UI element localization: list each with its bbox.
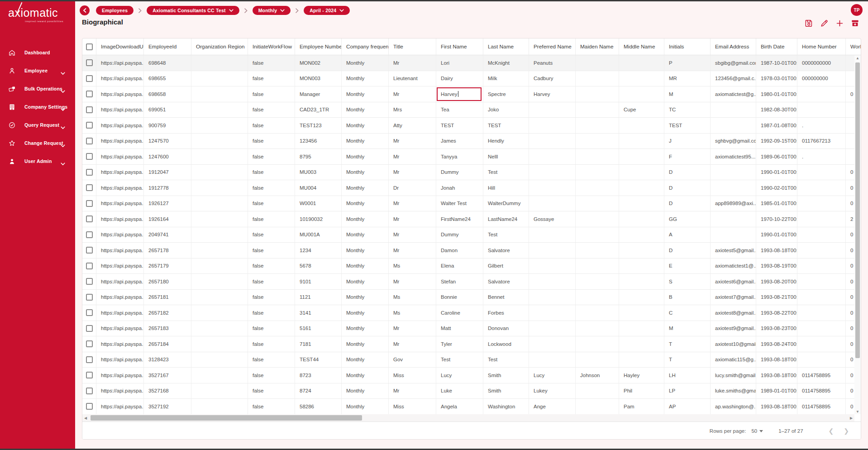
row-checkbox[interactable] bbox=[86, 106, 93, 113]
cell-company-frequency[interactable]: Monthly bbox=[342, 102, 389, 118]
row-checkbox[interactable] bbox=[86, 75, 93, 82]
cell-initials[interactable]: D bbox=[664, 196, 711, 211]
cell-initials[interactable]: D bbox=[664, 165, 711, 180]
cell-email[interactable]: app898989@axi... bbox=[711, 196, 756, 211]
cell-initials[interactable]: TC bbox=[664, 102, 711, 118]
cell-initials[interactable]: B bbox=[664, 290, 711, 305]
vertical-scrollbar[interactable]: ▲ ▼ bbox=[854, 55, 861, 414]
cell-first-name[interactable]: Elena bbox=[436, 259, 483, 274]
cell-initiate-workflow[interactable]: false bbox=[248, 102, 295, 118]
cell-initials[interactable]: LP bbox=[664, 383, 711, 399]
column-header-work[interactable]: Work bbox=[846, 38, 861, 55]
cell-email[interactable] bbox=[711, 165, 756, 180]
column-header-company-frequency[interactable]: Company frequency bbox=[342, 38, 389, 55]
column-header-employeeid[interactable]: EmployeeId bbox=[144, 38, 191, 55]
cell-maiden-name[interactable] bbox=[576, 165, 619, 180]
cell-middle-name[interactable]: Hayley bbox=[619, 368, 664, 383]
cell-birth-date[interactable]: 1993-08-18T00:... bbox=[756, 352, 797, 368]
cell-last-name[interactable]: Test bbox=[483, 227, 529, 243]
cell-first-name[interactable]: Tea bbox=[436, 102, 483, 118]
cell-employee-id[interactable]: 3527167 bbox=[144, 368, 191, 383]
cell-employee-number[interactable]: Manager bbox=[295, 86, 342, 102]
cell-last-name[interactable]: Spectre bbox=[483, 86, 529, 102]
cell-birth-date[interactable]: 1982-08-30T00:... bbox=[756, 102, 797, 118]
cell-employee-id[interactable]: 2049741 bbox=[144, 227, 191, 243]
cell-email[interactable]: luke.smiths@gma... bbox=[711, 383, 756, 399]
horizontal-scrollbar[interactable]: ◀ ▶ bbox=[82, 414, 854, 421]
column-header-birth-date[interactable]: Birth Date bbox=[756, 38, 797, 55]
cell-last-name[interactable]: Milk bbox=[483, 71, 529, 86]
cell-initials[interactable]: P bbox=[664, 55, 711, 71]
cell-middle-name[interactable] bbox=[619, 321, 664, 336]
cell-middle-name[interactable] bbox=[619, 211, 664, 227]
cell-first-name[interactable]: Walter Test bbox=[436, 196, 483, 211]
table-row[interactable]: https://api.payspa...698658falseManagerM… bbox=[82, 86, 861, 102]
cell-maiden-name[interactable] bbox=[576, 290, 619, 305]
table-row[interactable]: https://api.payspa...2657179false5678Mon… bbox=[82, 259, 861, 274]
cell-middle-name[interactable] bbox=[619, 149, 664, 164]
sidebar-item-user-admin[interactable]: User Admin bbox=[0, 152, 75, 170]
table-row[interactable]: https://api.payspa...2657178false1234Mon… bbox=[82, 243, 861, 259]
cell-home-number[interactable] bbox=[797, 290, 846, 305]
cell-initiate-workflow[interactable]: false bbox=[248, 383, 295, 399]
breadcrumb-employees[interactable]: Employees bbox=[96, 6, 134, 15]
cell-home-number[interactable] bbox=[797, 102, 846, 118]
cell-initials[interactable]: MR bbox=[664, 71, 711, 86]
cell-preferred-name[interactable]: Peanuts bbox=[529, 55, 576, 71]
cell-preferred-name[interactable]: Gossaye bbox=[529, 211, 576, 227]
cell-employee-id[interactable]: 698655 bbox=[144, 71, 191, 86]
cell-last-name[interactable]: Hendly bbox=[483, 134, 529, 149]
cell-initiate-workflow[interactable]: false bbox=[248, 86, 295, 102]
column-header-imagedownloadurl[interactable]: ImageDownloadUrl bbox=[96, 38, 144, 55]
cell-employee-id[interactable]: 900759 bbox=[144, 118, 191, 133]
cell-maiden-name[interactable] bbox=[576, 211, 619, 227]
vertical-scrollbar-thumb[interactable] bbox=[855, 62, 860, 358]
cell-maiden-name[interactable] bbox=[576, 180, 619, 196]
cell-home-number[interactable] bbox=[797, 165, 846, 180]
cell-email[interactable]: axiotest7@gmail.... bbox=[711, 290, 756, 305]
cell-org-region[interactable] bbox=[191, 196, 248, 211]
table-row[interactable]: https://api.payspa...1926127falseW0001Mo… bbox=[82, 196, 861, 212]
column-header-initiateworkflow[interactable]: InitiateWorkFlow bbox=[248, 38, 295, 55]
cell-company-frequency[interactable]: Monthly bbox=[342, 55, 389, 71]
cell-email[interactable] bbox=[711, 118, 756, 133]
cell-employee-number[interactable]: 123456 bbox=[295, 134, 342, 149]
breadcrumb-monthly[interactable]: Monthly bbox=[253, 6, 291, 15]
cell-company-frequency[interactable]: Monthly bbox=[342, 274, 389, 289]
row-checkbox[interactable] bbox=[86, 200, 93, 207]
cell-last-name[interactable]: Salvatore bbox=[483, 274, 529, 289]
user-avatar[interactable]: TP bbox=[851, 4, 863, 16]
column-header-organization-region[interactable]: Organization Region bbox=[191, 38, 248, 55]
cell-org-region[interactable] bbox=[191, 321, 248, 336]
cell-image-url[interactable]: https://api.payspa... bbox=[96, 383, 144, 399]
cell-preferred-name[interactable] bbox=[529, 102, 576, 118]
cell-first-name[interactable]: Tanyya bbox=[436, 149, 483, 164]
cell-preferred-name[interactable] bbox=[529, 352, 576, 368]
cell-employee-number[interactable]: 7181 bbox=[295, 336, 342, 352]
cell-last-name[interactable]: LastName24 bbox=[483, 211, 529, 227]
row-checkbox[interactable] bbox=[86, 403, 93, 410]
row-checkbox[interactable] bbox=[86, 278, 93, 285]
table-row[interactable]: https://api.payspa...1247570false123456M… bbox=[82, 134, 861, 149]
cell-employee-number[interactable]: 8795 bbox=[295, 149, 342, 164]
sidebar-item-employee[interactable]: Employee bbox=[0, 62, 75, 80]
cell-image-url[interactable]: https://api.payspa... bbox=[96, 102, 144, 118]
cell-employee-number[interactable]: MON002 bbox=[295, 55, 342, 71]
cell-company-frequency[interactable]: Monthly bbox=[342, 352, 389, 368]
cell-preferred-name[interactable]: Lukey bbox=[529, 383, 576, 399]
cell-email[interactable]: axiotest8@gmail.... bbox=[711, 305, 756, 321]
cell-middle-name[interactable] bbox=[619, 290, 664, 305]
cell-maiden-name[interactable] bbox=[576, 71, 619, 86]
cell-initials[interactable]: C bbox=[664, 305, 711, 321]
cell-initiate-workflow[interactable]: false bbox=[248, 149, 295, 164]
cell-image-url[interactable]: https://api.payspa... bbox=[96, 274, 144, 289]
cell-image-url[interactable]: https://api.payspa... bbox=[96, 336, 144, 352]
cell-preferred-name[interactable] bbox=[529, 336, 576, 352]
cell-employee-id[interactable]: 3527192 bbox=[144, 399, 191, 414]
cell-last-name[interactable]: Bennet bbox=[483, 290, 529, 305]
cell-initials[interactable]: D bbox=[664, 243, 711, 258]
column-header-preferred-name[interactable]: Preferred Name bbox=[529, 38, 576, 55]
cell-first-name[interactable]: Dummy bbox=[436, 165, 483, 180]
table-row[interactable]: https://api.payspa...1247600false8795Mon… bbox=[82, 149, 861, 165]
cell-email[interactable]: axiotest9@gmail.... bbox=[711, 321, 756, 336]
